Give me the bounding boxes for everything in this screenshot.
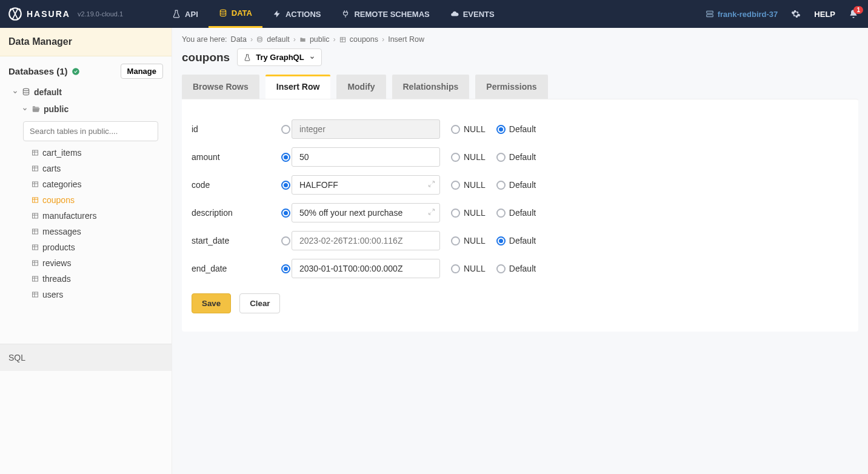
clear-button[interactable]: Clear <box>239 293 280 313</box>
sidebar-table-coupons[interactable]: coupons <box>32 192 167 208</box>
radio-value[interactable] <box>281 209 290 218</box>
table-icon <box>32 259 39 267</box>
nav-data-label: DATA <box>232 8 252 18</box>
brand-name: HASURA <box>27 9 70 19</box>
radio-value[interactable] <box>281 125 290 134</box>
field-input-end_date[interactable] <box>292 259 440 278</box>
table-icon <box>32 196 39 204</box>
table-label: threads <box>42 274 71 284</box>
field-input-description[interactable] <box>292 203 440 222</box>
table-label: products <box>42 242 75 252</box>
radio-null[interactable] <box>451 153 460 162</box>
field-input-start_date[interactable] <box>292 231 440 250</box>
table-search-input[interactable] <box>23 121 158 141</box>
svg-rect-9 <box>33 198 38 202</box>
chevron-right-icon: › <box>333 35 336 44</box>
form-row-id: idNULLDefault <box>192 115 849 143</box>
nav-actions[interactable]: ACTIONS <box>262 0 332 28</box>
form-row-description: descriptionNULLDefault <box>192 199 849 227</box>
breadcrumb-item[interactable]: Data <box>231 35 247 44</box>
radio-null[interactable] <box>451 264 460 273</box>
chevron-right-icon: › <box>293 35 296 44</box>
database-icon <box>256 36 263 43</box>
radio-default[interactable] <box>496 209 506 218</box>
help-link[interactable]: HELP <box>814 10 835 19</box>
radio-default[interactable] <box>496 181 506 190</box>
sidebar-table-messages[interactable]: messages <box>32 224 167 239</box>
notifications[interactable]: 1 <box>849 9 858 19</box>
breadcrumb-item[interactable]: public <box>310 35 330 44</box>
gear-icon[interactable] <box>791 9 801 19</box>
table-icon <box>32 244 39 251</box>
null-label: NULL <box>464 180 486 190</box>
svg-point-5 <box>23 88 28 91</box>
tab-relationships[interactable]: Relationships <box>392 75 470 99</box>
radio-default[interactable] <box>496 264 506 273</box>
radio-value[interactable] <box>281 264 290 273</box>
insert-row-panel: idNULLDefaultamountNULLDefaultcodeNULLDe… <box>182 99 858 332</box>
chevron-down-icon <box>22 106 28 112</box>
radio-default[interactable] <box>496 236 506 245</box>
nav-data[interactable]: DATA <box>209 0 262 28</box>
radio-value[interactable] <box>281 181 290 190</box>
try-graphql-button[interactable]: Try GraphQL <box>237 48 321 66</box>
server-icon <box>706 10 714 18</box>
table-icon <box>32 228 39 235</box>
sidebar-table-carts[interactable]: carts <box>32 161 167 176</box>
radio-null[interactable] <box>451 125 460 134</box>
field-input-id[interactable] <box>292 119 440 139</box>
tree-schema[interactable]: public <box>5 101 167 118</box>
cloud-icon <box>450 10 459 18</box>
tab-modify[interactable]: Modify <box>336 75 386 99</box>
sidebar-table-threads[interactable]: threads <box>32 271 167 287</box>
svg-point-4 <box>72 68 79 75</box>
table-icon <box>32 291 39 298</box>
tree-schema-label: public <box>44 104 68 114</box>
project-picker[interactable]: frank-redbird-37 <box>706 10 778 19</box>
sidebar-table-cart_items[interactable]: cart_items <box>32 145 167 161</box>
database-icon <box>219 9 227 18</box>
radio-value[interactable] <box>281 236 290 245</box>
svg-rect-11 <box>33 229 38 234</box>
radio-default[interactable] <box>496 125 506 134</box>
field-input-code[interactable] <box>292 175 440 195</box>
sidebar-table-users[interactable]: users <box>32 287 167 302</box>
manage-button[interactable]: Manage <box>121 64 163 79</box>
default-label: Default <box>509 236 536 245</box>
table-label: messages <box>42 227 81 236</box>
topbar-right: frank-redbird-37 HELP 1 <box>706 9 858 19</box>
radio-null[interactable] <box>451 209 460 218</box>
radio-null[interactable] <box>451 181 460 190</box>
sidebar-table-reviews[interactable]: reviews <box>32 255 167 271</box>
tree-db[interactable]: default <box>5 84 167 101</box>
project-name-label: frank-redbird-37 <box>718 10 778 19</box>
expand-icon[interactable] <box>428 209 435 218</box>
nav-api[interactable]: API <box>162 0 209 28</box>
sidebar-title: Data Manager <box>0 28 172 56</box>
table-icon <box>32 165 39 172</box>
radio-null[interactable] <box>451 236 460 245</box>
tab-browse-rows[interactable]: Browse Rows <box>182 75 259 99</box>
sidebar-table-categories[interactable]: categories <box>32 176 167 192</box>
breadcrumb-item[interactable]: coupons <box>350 35 378 44</box>
sidebar-table-manufacturers[interactable]: manufacturers <box>32 208 167 224</box>
tab-permissions[interactable]: Permissions <box>475 75 547 99</box>
hasura-logo-icon <box>7 6 23 22</box>
save-button[interactable]: Save <box>192 293 231 313</box>
radio-value[interactable] <box>281 153 290 162</box>
table-label: categories <box>42 179 82 189</box>
sql-link[interactable]: SQL <box>0 344 172 371</box>
database-icon <box>22 88 30 96</box>
radio-default[interactable] <box>496 153 506 162</box>
folder-open-icon <box>32 105 40 113</box>
nav-events[interactable]: EVENTS <box>440 0 505 28</box>
nav-remote-schemas[interactable]: REMOTE SCHEMAS <box>331 0 439 28</box>
field-input-amount[interactable] <box>292 147 440 167</box>
tab-insert-row[interactable]: Insert Row <box>265 75 331 99</box>
table-label: manufacturers <box>42 211 96 221</box>
breadcrumb-item[interactable]: default <box>267 35 290 44</box>
expand-icon[interactable] <box>428 181 435 190</box>
sidebar-table-products[interactable]: products <box>32 239 167 255</box>
default-label: Default <box>509 264 536 273</box>
brand[interactable]: HASURA v2.19.0-cloud.1 <box>7 6 123 22</box>
